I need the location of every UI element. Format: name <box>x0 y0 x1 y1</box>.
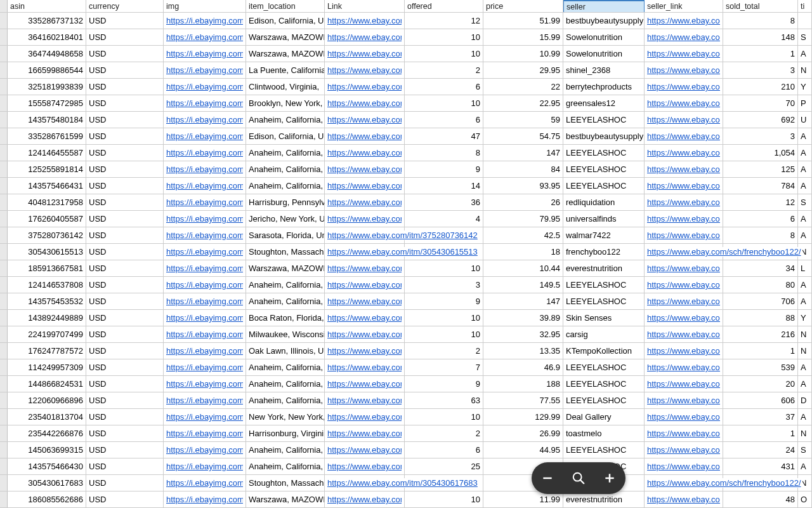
row-stub[interactable] <box>0 244 8 260</box>
cell-img-link[interactable]: https://i.ebayimg.com <box>166 131 243 141</box>
cell-asin[interactable]: 143575453532 <box>8 293 86 309</box>
cell-seller-link[interactable]: https://www.ebay.com <box>645 62 723 78</box>
cell-img[interactable]: https://i.ebayimg.com <box>164 95 246 111</box>
cell-img[interactable]: https://i.ebayimg.com <box>164 227 246 243</box>
cell-tail[interactable]: A <box>798 161 812 177</box>
cell-img-link[interactable]: https://i.ebayimg.com <box>166 148 243 157</box>
cell-price[interactable]: 32.95 <box>483 326 563 342</box>
cell-sold-total[interactable]: 210 <box>723 79 798 95</box>
cell-link-link[interactable]: https://www.ebay.com <box>327 82 402 91</box>
row-stub[interactable] <box>0 359 8 375</box>
row-stub[interactable] <box>0 29 8 45</box>
cell-img[interactable]: https://i.ebayimg.com <box>164 244 246 260</box>
cell-offered[interactable]: 10 <box>405 260 483 276</box>
spreadsheet-grid[interactable]: asin currency img item_location Link off… <box>0 0 812 508</box>
cell-price[interactable]: 188 <box>483 376 563 392</box>
cell-link[interactable]: https://www.ebay.com <box>325 425 405 441</box>
cell-img-link[interactable]: https://i.ebayimg.com <box>166 197 243 207</box>
cell-img[interactable]: https://i.ebayimg.com <box>164 277 246 293</box>
cell-seller-link[interactable]: https://www.ebay.com <box>645 79 723 95</box>
zoom-reset-button[interactable] <box>567 467 590 490</box>
cell-currency[interactable]: USD <box>86 13 164 29</box>
cell-link[interactable]: https://www.ebay.com <box>325 326 405 342</box>
cell-tail[interactable]: A <box>798 376 812 392</box>
cell-img[interactable]: https://i.ebayimg.com <box>164 260 246 276</box>
cell-item-location[interactable]: Clintwood, Virginia, <box>246 79 325 95</box>
cell-link-link[interactable]: https://www.ebay.com <box>327 495 402 504</box>
cell-link-link[interactable]: https://www.ebay.com/itm/375280736142 <box>327 231 479 240</box>
cell-currency[interactable]: USD <box>86 293 164 309</box>
cell-offered[interactable]: 8 <box>405 145 483 161</box>
cell-seller[interactable]: LEEYELASHOC <box>563 293 645 309</box>
cell-img-link[interactable]: https://i.ebayimg.com <box>166 82 243 91</box>
cell-offered[interactable]: 2 <box>405 343 483 359</box>
cell-link-link[interactable]: https://www.ebay.com <box>327 16 402 25</box>
cell-currency[interactable]: USD <box>86 178 164 194</box>
cell-currency[interactable]: USD <box>86 79 164 95</box>
cell-sold-total[interactable]: 34 <box>723 260 798 276</box>
cell-asin[interactable]: 145063699315 <box>8 442 86 458</box>
cell-img-link[interactable]: https://i.ebayimg.com <box>166 231 243 240</box>
cell-link[interactable]: https://www.ebay.com/itm/305430615513 <box>325 244 405 260</box>
cell-seller-link[interactable]: https://www.ebay.com <box>645 29 723 45</box>
col-header-asin[interactable]: asin <box>8 0 86 12</box>
row-stub[interactable] <box>0 128 8 144</box>
cell-sold-total[interactable]: 539 <box>723 359 798 375</box>
cell-tail[interactable]: N <box>798 425 812 441</box>
cell-link-link[interactable]: https://www.ebay.com <box>327 379 402 389</box>
cell-seller-link[interactable]: https://www.ebay.com <box>645 145 723 161</box>
row-stub[interactable] <box>0 343 8 359</box>
row-stub[interactable] <box>0 491 8 507</box>
cell-seller[interactable]: Deal Gallery <box>563 409 645 425</box>
cell-img-link[interactable]: https://i.ebayimg.com <box>166 115 243 124</box>
cell-link-link[interactable]: https://www.ebay.com <box>327 462 402 471</box>
cell-tail[interactable]: Y <box>798 79 812 95</box>
cell-price[interactable]: 149.5 <box>483 277 563 293</box>
zoom-out-button[interactable] <box>536 467 559 490</box>
cell-link[interactable]: https://www.ebay.com <box>325 409 405 425</box>
cell-seller-link[interactable]: https://www.ebay.com <box>645 178 723 194</box>
cell-item-location[interactable]: Anaheim, California, <box>246 145 325 161</box>
cell-seller-link-link[interactable]: https://www.ebay.com <box>647 396 720 405</box>
row-stub[interactable] <box>0 13 8 29</box>
cell-seller[interactable]: berrytechproducts <box>563 79 645 95</box>
cell-seller-link[interactable]: https://www.ebay.com <box>645 128 723 144</box>
cell-link[interactable]: https://www.ebay.com <box>325 178 405 194</box>
col-header-img[interactable]: img <box>164 0 246 12</box>
cell-seller-link-link[interactable]: https://www.ebay.com <box>647 429 720 438</box>
cell-img-link[interactable]: https://i.ebayimg.com <box>166 214 243 224</box>
cell-img-link[interactable]: https://i.ebayimg.com <box>166 396 243 405</box>
cell-seller-link-link[interactable]: https://www.ebay.com <box>647 214 720 224</box>
cell-currency[interactable]: USD <box>86 277 164 293</box>
cell-seller-link[interactable]: https://www.ebay.com <box>645 13 723 29</box>
cell-seller-link[interactable]: https://www.ebay.com <box>645 211 723 227</box>
cell-tail[interactable]: U <box>798 112 812 128</box>
cell-img-link[interactable]: https://i.ebayimg.com <box>166 32 243 42</box>
cell-img-link[interactable]: https://i.ebayimg.com <box>166 346 243 356</box>
cell-tail[interactable]: O <box>798 491 812 507</box>
cell-img[interactable]: https://i.ebayimg.com <box>164 29 246 45</box>
cell-item-location[interactable]: Anaheim, California, <box>246 376 325 392</box>
cell-seller[interactable]: universalfinds <box>563 211 645 227</box>
cell-img-link[interactable]: https://i.ebayimg.com <box>166 65 243 75</box>
cell-sold-total[interactable]: 8 <box>723 13 798 29</box>
cell-item-location[interactable]: Brooklyn, New York, U <box>246 95 325 111</box>
cell-img-link[interactable]: https://i.ebayimg.com <box>166 98 243 108</box>
cell-tail[interactable]: A <box>798 227 812 243</box>
cell-asin[interactable]: 176247787572 <box>8 343 86 359</box>
cell-price[interactable]: 10.99 <box>483 46 563 62</box>
cell-seller[interactable]: LEEYELASHOC <box>563 359 645 375</box>
cell-tail[interactable]: N <box>798 62 812 78</box>
cell-link-link[interactable]: https://www.ebay.com <box>327 297 402 306</box>
cell-sold-total[interactable]: 88 <box>723 310 798 326</box>
cell-offered[interactable]: 6 <box>405 442 483 458</box>
cell-currency[interactable]: USD <box>86 145 164 161</box>
cell-offered[interactable]: 9 <box>405 161 483 177</box>
cell-item-location[interactable]: La Puente, California <box>246 62 325 78</box>
cell-img[interactable]: https://i.ebayimg.com <box>164 376 246 392</box>
cell-link-link[interactable]: https://www.ebay.com <box>327 148 402 157</box>
cell-item-location[interactable]: Anaheim, California, <box>246 277 325 293</box>
cell-item-location[interactable]: Anaheim, California, <box>246 293 325 309</box>
cell-link-link[interactable]: https://www.ebay.com <box>327 65 402 75</box>
cell-seller[interactable]: bestbuybeautysupply <box>563 13 645 29</box>
